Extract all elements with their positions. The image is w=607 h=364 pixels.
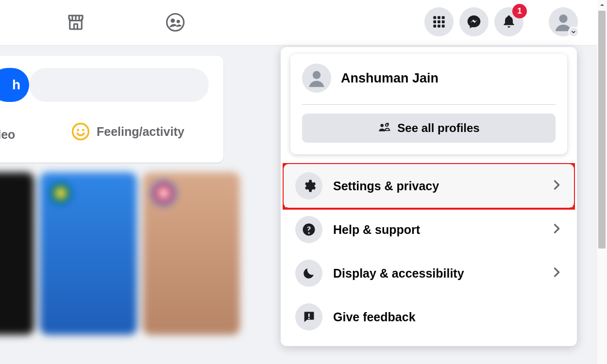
profiles-switch-icon (378, 122, 390, 134)
svg-point-17 (381, 124, 384, 127)
top-bar: 1 (0, 0, 597, 46)
menu-item-give-feedback[interactable]: Give feedback (284, 295, 574, 339)
svg-rect-21 (308, 318, 310, 319)
scroll-up-icon[interactable] (597, 0, 607, 10)
scrollbar[interactable] (597, 0, 607, 364)
svg-point-15 (82, 129, 84, 132)
menu-list: Settings & privacy Help & support (284, 164, 574, 339)
notification-badge: 1 (512, 4, 527, 18)
story-card[interactable] (40, 172, 137, 335)
chevron-right-icon (550, 222, 563, 237)
svg-rect-10 (438, 25, 440, 28)
profile-name: Anshuman Jain (341, 71, 438, 86)
story-card[interactable] (143, 172, 240, 335)
marketplace-icon[interactable] (66, 12, 86, 34)
post-input[interactable] (29, 68, 209, 102)
svg-point-14 (77, 129, 79, 132)
gear-icon (295, 172, 322, 199)
see-all-profiles-label: See all profiles (397, 121, 479, 135)
story-card[interactable] (0, 172, 34, 335)
menu-item-label: Display & accessibility (333, 266, 464, 281)
scroll-thumb[interactable] (598, 11, 606, 248)
feeling-activity-button[interactable]: Feeling/activity (72, 123, 185, 140)
chevron-right-icon (550, 265, 563, 281)
svg-point-0 (167, 14, 184, 31)
menu-item-label: Help & support (333, 223, 420, 237)
messenger-icon (466, 14, 482, 30)
svg-rect-8 (442, 20, 445, 23)
svg-rect-4 (438, 16, 440, 19)
svg-point-13 (73, 124, 89, 140)
account-dropdown: Anshuman Jain See all profiles Settings … (281, 47, 577, 346)
svg-rect-9 (433, 25, 436, 28)
divider (302, 104, 556, 105)
live-video-label[interactable]: ideo (0, 128, 15, 142)
account-button[interactable] (549, 7, 578, 36)
svg-rect-5 (442, 16, 445, 19)
svg-rect-6 (433, 20, 436, 23)
avatar-icon (302, 64, 331, 93)
menu-button[interactable] (424, 7, 454, 36)
svg-rect-20 (308, 314, 310, 317)
see-all-profiles-button[interactable]: See all profiles (302, 114, 556, 143)
feeling-label: Feeling/activity (97, 125, 185, 139)
smiley-icon (72, 123, 89, 140)
grid-icon (432, 15, 446, 29)
profile-card: Anshuman Jain See all profiles (290, 54, 567, 154)
svg-rect-3 (433, 16, 436, 19)
menu-item-display-accessibility[interactable]: Display & accessibility (284, 251, 574, 295)
svg-point-2 (177, 20, 180, 23)
moon-icon (295, 260, 322, 287)
feedback-icon (295, 303, 322, 331)
menu-item-help-support[interactable]: Help & support (284, 208, 574, 251)
svg-point-12 (559, 15, 567, 23)
stories-row (0, 172, 240, 335)
menu-item-label: Settings & privacy (333, 179, 439, 193)
svg-rect-11 (442, 25, 445, 28)
svg-point-16 (313, 71, 321, 79)
svg-rect-7 (438, 20, 440, 23)
chevron-right-icon (550, 178, 563, 194)
profile-row[interactable]: Anshuman Jain (302, 64, 556, 93)
menu-item-settings-privacy[interactable]: Settings & privacy (284, 164, 574, 208)
messenger-button[interactable] (459, 7, 489, 36)
help-icon (295, 216, 322, 243)
svg-point-1 (170, 18, 175, 23)
menu-item-label: Give feedback (333, 310, 416, 324)
notifications-button[interactable]: 1 (494, 7, 523, 36)
chevron-down-icon (568, 27, 579, 37)
svg-point-18 (386, 124, 388, 126)
groups-icon[interactable] (165, 12, 185, 34)
